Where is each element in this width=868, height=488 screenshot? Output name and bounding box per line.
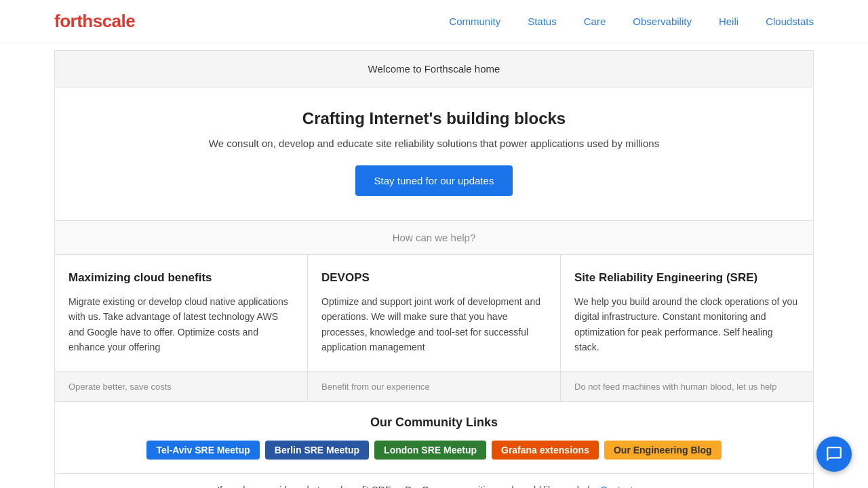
- card-text-0: Migrate existing or develop cloud native…: [68, 294, 294, 355]
- card-title-1: DEVOPS: [321, 271, 547, 285]
- card-title-2: Site Reliability Engineering (SRE): [574, 271, 800, 285]
- community-badge-3[interactable]: Grafana extensions: [492, 441, 599, 460]
- cta-button[interactable]: Stay tuned for our updates: [355, 165, 513, 196]
- card-0: Maximizing cloud benefits Migrate existi…: [55, 255, 308, 401]
- card-body-0: Maximizing cloud benefits Migrate existi…: [55, 255, 307, 371]
- card-text-1: Optimize and support joint work of devel…: [321, 294, 547, 355]
- welcome-banner: Welcome to Forthscale home: [54, 50, 814, 87]
- community-badge-2[interactable]: London SRE Meetup: [374, 441, 486, 460]
- chat-icon: [825, 445, 843, 463]
- footer-text-before: If you have an idea what can benefit SRE…: [217, 485, 597, 488]
- footer-text-after: .: [648, 485, 651, 488]
- card-body-1: DEVOPS Optimize and support joint work o…: [308, 255, 560, 371]
- main-nav: CommunityStatusCareObservabilityHeiliClo…: [449, 16, 814, 27]
- card-title-0: Maximizing cloud benefits: [68, 271, 294, 285]
- card-body-2: Site Reliability Engineering (SRE) We he…: [561, 255, 813, 371]
- card-footer-0: Operate better, save costs: [55, 371, 307, 401]
- community-badge-0[interactable]: Tel-Aviv SRE Meetup: [146, 441, 259, 460]
- help-section: How can we help?: [54, 221, 814, 255]
- nav-item-observability[interactable]: Observability: [633, 16, 692, 27]
- hero-section: Crafting Internet's building blocks We c…: [54, 87, 814, 221]
- nav-item-care[interactable]: Care: [584, 16, 606, 27]
- footer-contact: If you have an idea what can benefit SRE…: [54, 474, 814, 488]
- community-badges: Tel-Aviv SRE MeetupBerlin SRE MeetupLond…: [68, 441, 800, 460]
- nav-item-heili[interactable]: Heili: [719, 16, 738, 27]
- nav-item-community[interactable]: Community: [449, 16, 500, 27]
- header: forthscale CommunityStatusCareObservabil…: [0, 0, 868, 43]
- card-2: Site Reliability Engineering (SRE) We he…: [561, 255, 813, 401]
- chat-button[interactable]: [816, 436, 852, 472]
- card-footer-1: Benefit from our experience: [308, 371, 560, 401]
- community-links-section: Our Community Links Tel-Aviv SRE MeetupB…: [54, 402, 814, 474]
- community-title: Our Community Links: [68, 415, 800, 430]
- card-1: DEVOPS Optimize and support joint work o…: [308, 255, 561, 401]
- welcome-text: Welcome to Forthscale home: [368, 63, 500, 75]
- hero-description: We consult on, develop and educate site …: [82, 138, 786, 149]
- nav-item-cloudstats[interactable]: Cloudstats: [766, 16, 814, 27]
- nav-item-status[interactable]: Status: [528, 16, 557, 27]
- help-label: How can we help?: [393, 232, 476, 243]
- card-footer-2: Do not feed machines with human blood, l…: [561, 371, 813, 401]
- community-badge-4[interactable]: Our Engineering Blog: [604, 441, 722, 460]
- logo: forthscale: [54, 11, 135, 32]
- card-text-2: We help you build around the clock opera…: [574, 294, 800, 355]
- community-badge-1[interactable]: Berlin SRE Meetup: [265, 441, 369, 460]
- cards-row: Maximizing cloud benefits Migrate existi…: [54, 255, 814, 402]
- hero-title: Crafting Internet's building blocks: [82, 109, 786, 128]
- contact-link[interactable]: Contact us: [600, 485, 646, 488]
